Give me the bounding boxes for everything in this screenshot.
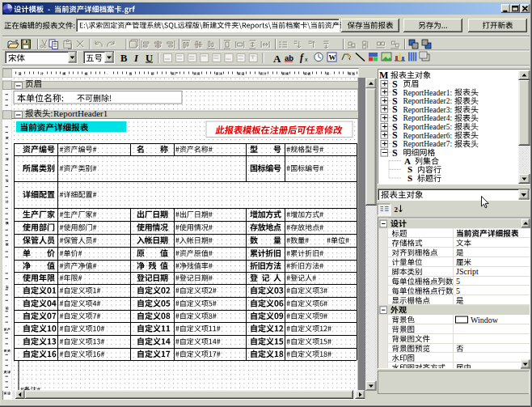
svg-text:Window: Window (471, 316, 499, 324)
svg-text:A: A (273, 53, 281, 65)
svg-text:ReportHeader6:: ReportHeader6: (403, 132, 452, 140)
svg-text:ReportHeader2:: ReportHeader2: (403, 97, 452, 105)
svg-text:ReportHeader3:: ReportHeader3: (403, 106, 452, 114)
svg-text:S: S (392, 147, 398, 159)
svg-text:S: S (407, 173, 412, 183)
svg-text:5: 5 (456, 286, 460, 295)
svg-text:M: M (379, 70, 388, 81)
svg-text:ReportHeader1:: ReportHeader1: (403, 89, 452, 97)
svg-text:ab: ab (285, 53, 293, 62)
svg-text:JScript: JScript (456, 267, 479, 276)
svg-text:ReportHeader1: ReportHeader1 (53, 108, 108, 118)
svg-text:W: W (329, 53, 336, 61)
svg-text:x: x (305, 57, 308, 62)
svg-text:5: 5 (456, 277, 460, 286)
svg-text:B: B (120, 53, 127, 64)
svg-text:ReportHeader7:: ReportHeader7: (403, 140, 452, 148)
svg-text:ReportHeader5:: ReportHeader5: (403, 123, 452, 131)
svg-text:ReportHeader4:: ReportHeader4: (403, 114, 452, 122)
svg-text:2: 2 (395, 206, 399, 214)
